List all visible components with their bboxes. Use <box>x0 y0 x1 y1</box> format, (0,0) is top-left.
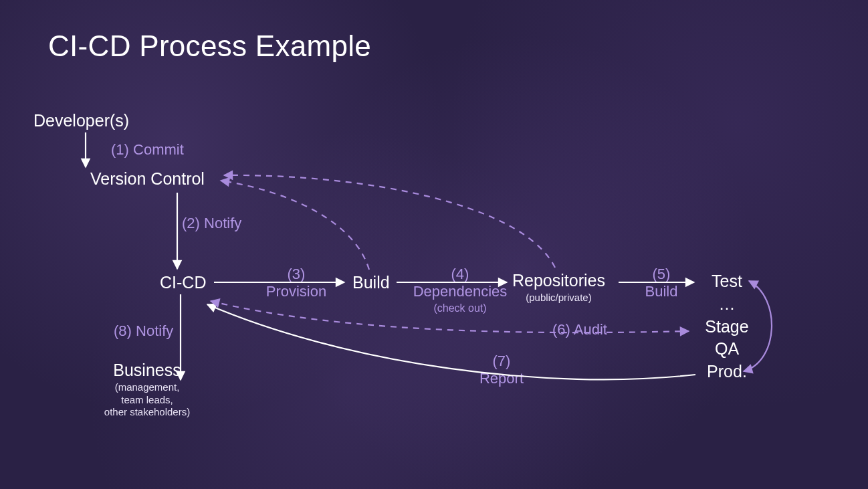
env-prod: Prod. <box>697 361 757 383</box>
node-business-label: Business <box>113 361 181 379</box>
node-business-sub: (management, team leads, other stakehold… <box>74 381 221 419</box>
env-stage: Stage <box>697 316 757 338</box>
page-title: CI-CD Process Example <box>48 29 371 63</box>
node-business: Business (management, team leads, other … <box>74 361 221 419</box>
node-build: Build <box>352 273 390 292</box>
node-repositories-label: Repositories <box>512 271 605 290</box>
arrow-build-to-vc <box>221 181 369 270</box>
edge-commit-label: (1) Commit <box>111 141 184 159</box>
node-environments: Test … Stage QA Prod. <box>697 270 757 383</box>
node-cicd: CI-CD <box>160 273 206 292</box>
edge-notify-biz-label: (8) Notify <box>114 322 173 340</box>
node-repositories: Repositories (public/private) <box>512 271 605 304</box>
edge-provision-label: (3) Provision <box>253 266 340 300</box>
diagram-canvas: CI-CD Process Example Developer(s) Versi… <box>0 0 868 489</box>
node-version-control: Version Control <box>90 169 205 189</box>
edge-deps-label: (4) Dependencies (check out) <box>407 266 514 315</box>
env-qa: QA <box>697 338 757 361</box>
edge-report-label: (7) Report <box>461 353 542 387</box>
node-repositories-sub: (public/private) <box>512 292 605 304</box>
edge-audit-label: (6) Audit <box>552 321 607 338</box>
arrow-report <box>207 304 695 379</box>
arrow-repos-to-vc <box>224 175 555 268</box>
edge-notify-vc-label: (2) Notify <box>182 215 241 232</box>
node-developers: Developer(s) <box>33 111 129 130</box>
env-dots: … <box>697 293 757 316</box>
env-test: Test <box>697 270 757 293</box>
edge-build-label: (5) Build <box>631 266 691 300</box>
